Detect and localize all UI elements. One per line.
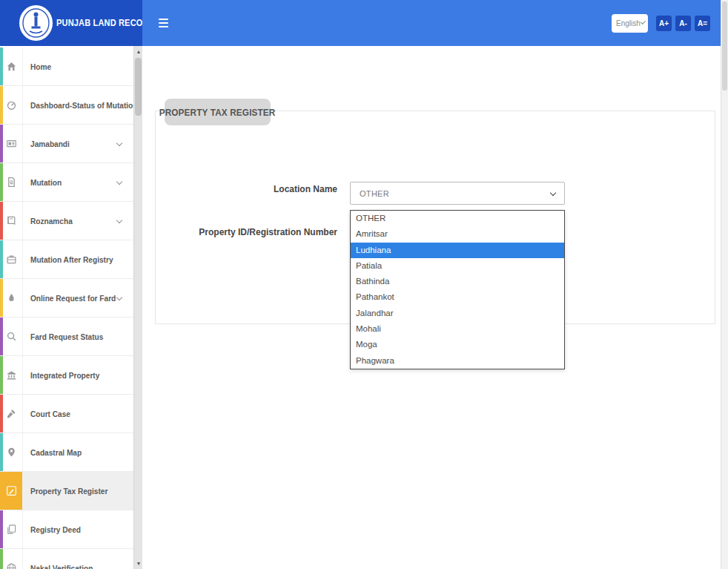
- dropdown-option-mohali[interactable]: Mohali: [351, 321, 564, 337]
- dropdown-option-amritsar[interactable]: Amritsar: [351, 226, 564, 242]
- sidebar-item-label: Cadastral Map: [30, 448, 82, 457]
- sidebar-item-label: Property Tax Register: [30, 487, 107, 496]
- home-icon: [0, 61, 22, 72]
- chevron-down-icon: [116, 139, 122, 145]
- sidebar-item-nakal-verification[interactable]: Nakal Verification: [0, 549, 133, 569]
- document-icon: [0, 177, 22, 188]
- sidebar-item-label: Court Case: [30, 410, 70, 418]
- sidebar-item-label: Fard Request Status: [30, 332, 103, 341]
- bank-icon: [0, 369, 22, 381]
- dropdown-option-phagwara[interactable]: Phagwara: [351, 353, 564, 369]
- briefcase-icon: [0, 254, 22, 265]
- search-icon: [0, 331, 22, 342]
- sidebar-scrollbar[interactable]: ▲ ▼: [133, 46, 142, 569]
- sidebar-item-label: Home: [30, 62, 51, 71]
- menu-toggle-icon[interactable]: [156, 13, 171, 33]
- dropdown-option-jalandhar[interactable]: Jalandhar: [351, 306, 564, 321]
- font-size-button-a[interactable]: A+: [656, 16, 672, 31]
- sidebar-item-registry-deed[interactable]: Registry Deed: [0, 510, 133, 549]
- gavel-icon: [0, 408, 22, 419]
- dropdown-option-patiala[interactable]: Patiala: [351, 258, 564, 274]
- brand-block: PUNJAB LAND RECORDS: [0, 0, 142, 46]
- chevron-down-icon: [116, 178, 122, 184]
- sidebar-item-label: Jamabandi: [30, 139, 70, 148]
- language-value: English: [616, 19, 641, 27]
- sidebar-item-fard-request-status[interactable]: Fard Request Status: [0, 318, 133, 356]
- sidebar-item-court-case[interactable]: Court Case: [0, 395, 133, 433]
- sidebar-item-label: Mutation After Registry: [30, 255, 113, 264]
- page-scrollbar-thumb[interactable]: [722, 1, 727, 91]
- sidebar-item-label: Integrated Property: [30, 371, 99, 380]
- sidebar-item-online-request-for-fard[interactable]: Online Request for Fard: [0, 279, 133, 318]
- punjab-government-emblem-icon: [19, 4, 53, 42]
- font-size-button-a[interactable]: A-: [675, 16, 691, 31]
- dropdown-option-bathinda[interactable]: Bathinda: [351, 274, 564, 289]
- dropdown-option-other[interactable]: OTHER: [351, 211, 564, 226]
- sidebar-item-label: Mutation: [30, 178, 62, 187]
- chevron-down-icon: [116, 294, 122, 300]
- sidebar-item-dashboard-status-of-mutations[interactable]: Dashboard-Status of Mutations: [0, 86, 133, 125]
- chevron-down-icon: [550, 190, 556, 196]
- location-name-selected-value: OTHER: [360, 189, 389, 198]
- location-dropdown-list: OTHERAmritsarLudhianaPatialaBathindaPath…: [350, 210, 565, 369]
- font-size-button-a[interactable]: A=: [695, 16, 710, 31]
- sidebar-item-label: Nakal Verification: [30, 564, 93, 569]
- book-icon: [0, 215, 22, 226]
- sidebar-item-mutation[interactable]: Mutation: [0, 163, 133, 202]
- copy-icon: [0, 524, 22, 535]
- punjab-land-records-app: PUNJAB LAND RECORDS English A+A-A= Home …: [0, 0, 728, 569]
- location-name-label: Location Name: [142, 184, 337, 194]
- sidebar-item-integrated-property[interactable]: Integrated Property: [0, 356, 133, 395]
- property-id-label: Property ID/Registration Number: [142, 227, 337, 237]
- newspaper-icon: [0, 138, 22, 149]
- location-name-select[interactable]: OTHER: [350, 182, 565, 205]
- globe-icon: [0, 562, 22, 569]
- panel-tab: PROPERTY TAX REGISTER: [165, 99, 271, 125]
- dropdown-option-moga[interactable]: Moga: [351, 337, 564, 352]
- panel-title: PROPERTY TAX REGISTER: [159, 107, 276, 118]
- dashboard-icon: [0, 99, 22, 111]
- language-select[interactable]: English: [612, 14, 648, 33]
- pencil-icon: [0, 485, 22, 496]
- sidebar-item-cadastral-map[interactable]: Cadastral Map: [0, 433, 133, 472]
- chevron-down-icon: [641, 19, 646, 24]
- sidebar-item-roznamcha[interactable]: Roznamcha: [0, 202, 133, 240]
- sidebar-item-label: Dashboard-Status of Mutations: [30, 101, 133, 110]
- sidebar-menu: Home Dashboard-Status of Mutations Jamab…: [0, 47, 133, 569]
- top-header: PUNJAB LAND RECORDS English A+A-A=: [0, 0, 721, 46]
- page-scrollbar[interactable]: [721, 0, 728, 569]
- sidebar-item-mutation-after-registry[interactable]: Mutation After Registry: [0, 240, 133, 279]
- chevron-down-icon: [116, 217, 122, 223]
- sidebar: Home Dashboard-Status of Mutations Jamab…: [0, 46, 133, 569]
- sidebar-item-home[interactable]: Home: [0, 47, 133, 86]
- sidebar-item-jamabandi[interactable]: Jamabandi: [0, 125, 133, 163]
- droplet-icon: [0, 292, 22, 303]
- sidebar-item-label: Roznamcha: [30, 217, 73, 226]
- map-pin-icon: [0, 447, 22, 458]
- sidebar-item-label: Registry Deed: [30, 525, 81, 534]
- sidebar-scrollbar-thumb[interactable]: [135, 58, 142, 116]
- main-content: PROPERTY TAX REGISTER Location Name OTHE…: [142, 46, 721, 569]
- header-controls: English A+A-A=: [612, 14, 710, 33]
- sidebar-item-property-tax-register[interactable]: Property Tax Register: [0, 472, 133, 510]
- dropdown-option-ludhiana[interactable]: Ludhiana: [351, 243, 564, 258]
- sidebar-item-label: Online Request for Fard: [30, 294, 116, 303]
- dropdown-option-pathankot[interactable]: Pathankot: [351, 289, 564, 305]
- header-bar: English A+A-A=: [142, 0, 721, 46]
